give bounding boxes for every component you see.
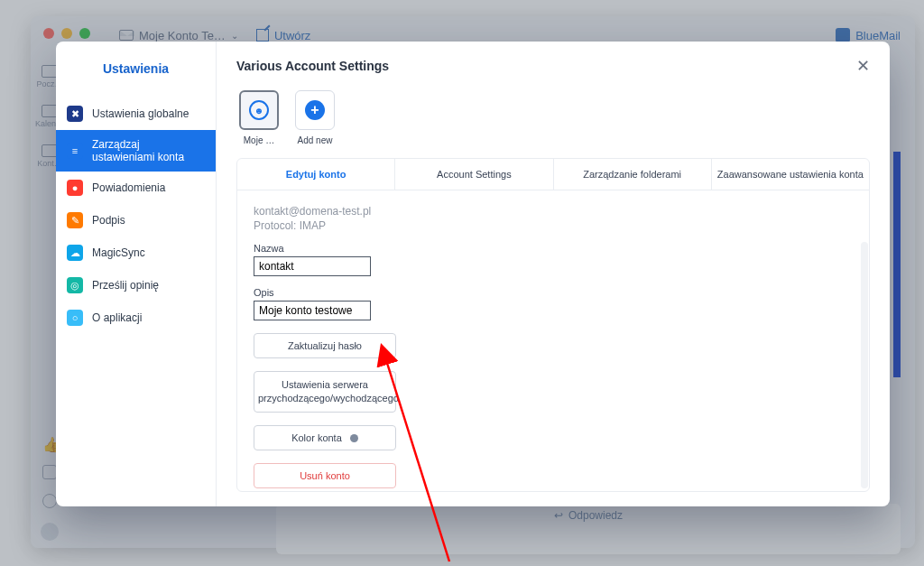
account-chip-add[interactable]: + Add new — [292, 90, 337, 145]
account-color-label: Kolor konta — [291, 432, 342, 443]
sidebar-item-label: Powiadomienia — [92, 181, 165, 194]
sidebar-item-label: MagicSync — [92, 246, 145, 259]
bell-icon: ● — [67, 180, 83, 196]
panel-scrollbar[interactable] — [861, 242, 868, 488]
sidebar-item-label: O aplikacji — [92, 311, 142, 324]
sidebar-item-label: Podpis — [92, 214, 125, 227]
account-avatar-icon: ☻ — [249, 100, 269, 120]
sidebar-item-notifications[interactable]: ● Powiadomienia — [56, 172, 216, 204]
plus-icon: + — [305, 100, 325, 120]
tab-account-settings[interactable]: Account Settings — [395, 159, 553, 190]
content-title: Various Account Settings — [236, 59, 389, 73]
account-chip-label: Moje … — [244, 135, 274, 145]
settings-modal: Ustawienia ✖ Ustawienia globalne ≡ Zarzą… — [56, 42, 890, 506]
desc-label: Opis — [254, 287, 853, 298]
tab-edit-account[interactable]: Edytuj konto — [237, 159, 395, 190]
sidebar-item-account[interactable]: ≡ Zarządzaj ustawieniami konta — [56, 130, 216, 172]
tab-folders[interactable]: Zarządzanie folderami — [554, 159, 712, 190]
update-password-button[interactable]: Zaktualizuj hasło — [254, 333, 396, 358]
name-label: Nazwa — [254, 243, 853, 254]
delete-account-button[interactable]: Usuń konto — [254, 463, 396, 488]
close-icon[interactable]: ✕ — [856, 56, 870, 76]
pencil-icon: ✎ — [67, 212, 83, 228]
megaphone-icon: ◎ — [67, 277, 83, 293]
color-swatch-icon — [350, 434, 358, 442]
sidebar-item-label: Prześlij opinię — [92, 279, 159, 292]
sidebar-item-global[interactable]: ✖ Ustawienia globalne — [56, 97, 216, 130]
stack-icon: ≡ — [67, 143, 83, 159]
name-input[interactable] — [254, 256, 371, 276]
tab-advanced[interactable]: Zaawansowane ustawienia konta — [712, 159, 869, 190]
settings-sidebar-list: ✖ Ustawienia globalne ≡ Zarządzaj ustawi… — [56, 97, 216, 334]
sidebar-item-feedback[interactable]: ◎ Prześlij opinię — [56, 269, 216, 302]
account-chip-selected[interactable]: ☻ Moje … — [236, 90, 282, 145]
sidebar-item-label: Zarządzaj ustawieniami konta — [92, 138, 205, 163]
sidebar-item-magicsync[interactable]: ☁ MagicSync — [56, 237, 216, 269]
wrench-icon: ✖ — [67, 106, 83, 122]
info-icon: ○ — [67, 310, 83, 326]
account-email: kontakt@domena-test.pl — [254, 205, 853, 218]
server-settings-button[interactable]: Ustawienia serwera przychodzącego/wychod… — [254, 371, 396, 413]
cloud-sync-icon: ☁ — [67, 245, 83, 261]
account-chip-label: Add new — [298, 135, 333, 145]
sidebar-item-about[interactable]: ○ O aplikacji — [56, 302, 216, 334]
account-protocol: Protocol: IMAP — [254, 219, 853, 232]
account-tabs: Edytuj konto Account Settings Zarządzani… — [237, 159, 869, 190]
edit-account-body: kontakt@domena-test.pl Protocol: IMAP Na… — [237, 190, 869, 491]
desc-input[interactable] — [254, 301, 371, 320]
settings-content: Various Account Settings ✕ ☻ Moje … + Ad… — [217, 42, 890, 506]
account-color-button[interactable]: Kolor konta — [254, 425, 396, 450]
account-panel: Edytuj konto Account Settings Zarządzani… — [236, 158, 870, 492]
settings-sidebar-title: Ustawienia — [56, 42, 216, 97]
sidebar-item-signature[interactable]: ✎ Podpis — [56, 204, 216, 237]
sidebar-item-label: Ustawienia globalne — [92, 107, 189, 120]
account-chips: ☻ Moje … + Add new — [217, 85, 890, 158]
settings-sidebar: Ustawienia ✖ Ustawienia globalne ≡ Zarzą… — [56, 42, 217, 506]
